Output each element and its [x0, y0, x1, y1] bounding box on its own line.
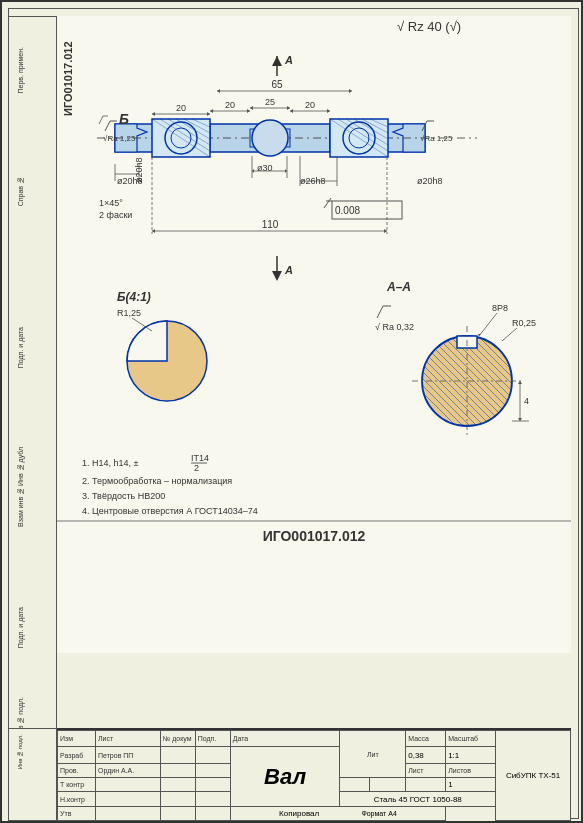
organization-cell: СибУПК ТХ-51 — [496, 731, 571, 821]
dim-r125: R1,25 — [117, 308, 141, 318]
izm-label: Изм — [58, 731, 96, 747]
inb-label: Инв № подл. — [17, 734, 23, 769]
drawing-area: ИГО01017.012 √ Rz 40 (√) А 65 — [57, 16, 571, 653]
margin-label-3: Подп. и дата — [17, 327, 24, 368]
section-a-top: А — [284, 54, 293, 66]
sheets-val: 1 — [446, 778, 496, 792]
t-kontr-label: Т контр — [58, 778, 96, 792]
no-dokum-label: № докум — [160, 731, 195, 747]
dim-d30: ø30 — [257, 163, 273, 173]
note-1: 1. Н14, h14, ± — [82, 458, 139, 468]
list-label: Лист — [95, 731, 160, 747]
masshtab-label: Масштаб — [446, 731, 496, 747]
kopiroval-cell: Копировал Формат А4 — [230, 806, 445, 820]
scale-value: 1:1 — [446, 747, 496, 763]
podpis-label: Подп. — [195, 731, 230, 747]
n-kontr-label: Н.контр — [58, 792, 96, 806]
list-val-label: Лист — [406, 763, 446, 777]
chamfer-text2: 2 фаски — [99, 210, 132, 220]
material-cell: Сталь 45 ГОСТ 1050-88 — [340, 792, 496, 806]
note-1-2: 2 — [194, 463, 199, 473]
title-block: Изм Лист № докум Подп. Дата Лит Масса Ма… — [57, 728, 571, 821]
margin-label-2: Справ № — [17, 177, 24, 206]
page: Перв. примен. Справ № Подп. и дата Взам … — [0, 0, 583, 823]
doc-number-center: ИГО001017.012 — [263, 528, 366, 544]
doc-number-rotated: ИГО01017.012 — [62, 41, 74, 116]
svg-point-31 — [252, 120, 288, 156]
bottom-left-margin: Инв № подл. — [8, 728, 57, 821]
note-4: 4. Центровые отверстия А ГОСТ14034–74 — [82, 506, 258, 516]
dim-d20h8-right-text: ø20h8 — [417, 176, 443, 186]
roughness-right-value: √Ra 1,25 — [420, 134, 453, 143]
petrov-cell: Петров ПП — [95, 747, 160, 763]
format-value: А4 — [388, 810, 397, 817]
note-2: 2. Термообработка – нормализация — [82, 476, 232, 486]
chamfer-text: 1×45° — [99, 198, 123, 208]
dim-110: 110 — [262, 219, 279, 230]
dim-r025: R0,25 — [512, 318, 536, 328]
technical-drawing: ИГО01017.012 √ Rz 40 (√) А 65 — [57, 16, 571, 653]
tolerance-value: 0.008 — [335, 205, 360, 216]
proverka-label: Пров. — [58, 763, 96, 777]
roughness-left-value: √Ra 1,25 — [103, 134, 136, 143]
note-1-it: IT14 — [191, 453, 209, 463]
utv-label: Утв — [58, 806, 96, 820]
dim-65: 65 — [271, 79, 283, 90]
format-label: Формат — [361, 810, 388, 817]
razrab-label: Разраб — [58, 747, 96, 763]
section-a-bottom: А — [284, 264, 293, 276]
dim-20-right: 20 — [305, 100, 315, 110]
liter-label: Лит — [340, 731, 406, 778]
dim-20-mid: 20 — [225, 100, 235, 110]
ordin-cell: Ордин А.А. — [95, 763, 160, 777]
label-b-scale: Б(4:1) — [117, 290, 151, 304]
dim-25: 25 — [265, 97, 275, 107]
margin-label-5: Подп. и дата — [17, 607, 24, 648]
title-cell: Вал — [230, 747, 340, 806]
dim-20-left: 20 — [176, 103, 186, 113]
label-b: Б — [119, 111, 129, 127]
data-label: Дата — [230, 731, 340, 747]
dim-d20h8-left-text: ø20h8 — [117, 176, 143, 186]
left-margin: Перв. примен. Справ № Подп. и дата Взам … — [8, 16, 57, 746]
margin-label-4: Взам инв № Инв № дубл — [17, 447, 24, 527]
title-table: Изм Лист № докум Подп. Дата Лит Масса Ма… — [57, 730, 571, 821]
dim-4: 4 — [524, 396, 529, 406]
label-aa: А–А — [386, 280, 411, 294]
dim-8p8: 8P8 — [492, 303, 508, 313]
roughness-main-label: √ Rz 40 (√) — [397, 19, 461, 34]
roughness-section-value: √ Ra 0,32 — [375, 322, 414, 332]
massa-label: Масса — [406, 731, 446, 747]
margin-label-1: Перв. примен. — [17, 47, 24, 94]
sheet-val — [406, 778, 446, 792]
listov-label: Листов — [446, 763, 496, 777]
svg-rect-0 — [57, 16, 571, 653]
massa-value: 0,38 — [406, 747, 446, 763]
note-3: 3. Твёрдость НВ200 — [82, 491, 165, 501]
